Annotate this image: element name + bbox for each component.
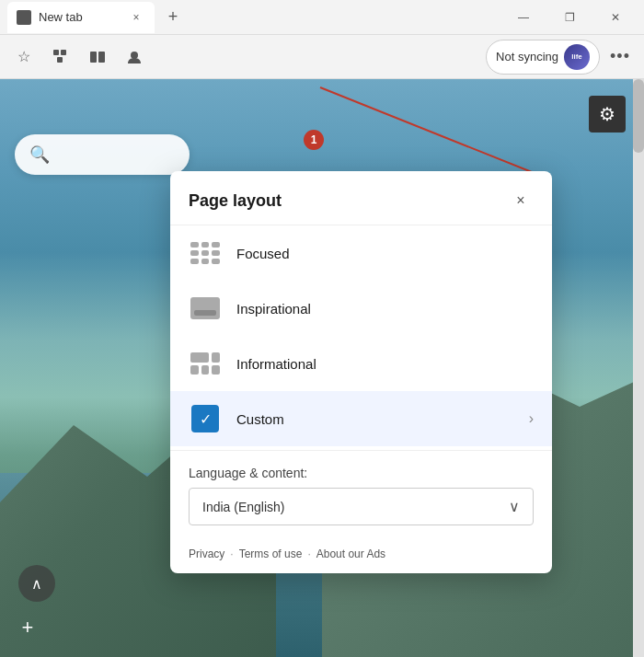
tab-favicon [17, 10, 31, 25]
tab-close-button[interactable]: × [127, 8, 145, 27]
layout-option-inspirational[interactable]: Inspirational [170, 281, 552, 336]
custom-layout-icon: ✓ [189, 402, 222, 435]
new-tab-button[interactable]: + [158, 3, 188, 32]
svg-point-9 [131, 52, 138, 59]
ads-link[interactable]: About our Ads [316, 548, 385, 560]
focused-layout-icon [189, 236, 222, 270]
search-bar[interactable]: 🔍 [15, 134, 190, 175]
annotation-badge-1: 1 [304, 130, 324, 150]
language-dropdown[interactable]: India (English) ∨ [189, 488, 534, 525]
layout-option-focused[interactable]: Focused [170, 225, 552, 281]
informational-layout-icon [189, 347, 222, 380]
panel-close-button[interactable]: × [508, 188, 534, 213]
main-content: 🔍 ⚙ ∧ + 1 2 Page layout × [0, 79, 644, 657]
close-button[interactable]: ✕ [594, 3, 637, 32]
language-label: Language & content: [189, 466, 534, 480]
gear-icon: ⚙ [599, 103, 615, 125]
scrollbar[interactable] [633, 79, 644, 657]
tab-title: New tab [39, 10, 120, 24]
panel-title: Page layout [189, 191, 282, 211]
sync-button[interactable]: Not syncing life [486, 40, 600, 75]
custom-label: Custom [236, 411, 514, 427]
custom-chevron-icon: › [529, 410, 534, 427]
chevron-down-icon: ∨ [509, 498, 520, 515]
profile-avatar: life [564, 44, 590, 70]
focused-label: Focused [236, 246, 534, 261]
browser-tab[interactable]: New tab × [7, 2, 155, 33]
language-value: India (English) [202, 500, 285, 514]
split-screen-icon[interactable] [81, 40, 114, 74]
add-button[interactable]: + [15, 615, 40, 640]
window-controls: — ❐ ✕ [502, 3, 637, 32]
inspirational-layout-icon [189, 292, 222, 325]
sync-label: Not syncing [496, 50, 558, 63]
profile-icon[interactable] [118, 40, 151, 74]
page-layout-panel: Page layout × Focused Inspirational [170, 171, 552, 573]
informational-label: Informational [236, 356, 534, 372]
svg-rect-6 [57, 57, 63, 63]
panel-footer: Privacy · Terms of use · About our Ads [170, 536, 552, 566]
minimize-button[interactable]: — [502, 3, 545, 32]
layout-option-informational[interactable]: Informational [170, 336, 552, 391]
custom-icon-box: ✓ [191, 405, 219, 432]
panel-divider [170, 450, 552, 451]
collections-icon[interactable] [44, 40, 77, 74]
inspirational-label: Inspirational [236, 301, 534, 317]
chevron-up-icon: ∧ [31, 575, 42, 593]
scroll-up-button[interactable]: ∧ [18, 565, 55, 602]
title-bar: New tab × + — ❐ ✕ [0, 0, 644, 35]
plus-icon: + [22, 616, 34, 640]
terms-link[interactable]: Terms of use [239, 548, 303, 560]
scrollbar-thumb[interactable] [633, 79, 644, 153]
maximize-button[interactable]: ❐ [548, 3, 591, 32]
svg-rect-7 [90, 52, 97, 63]
privacy-link[interactable]: Privacy [189, 548, 224, 560]
more-options-button[interactable]: ••• [604, 40, 637, 74]
search-icon: 🔍 [29, 144, 50, 165]
svg-rect-4 [53, 50, 59, 55]
toolbar: ☆ Not syncing life ••• [0, 35, 644, 79]
layout-option-custom[interactable]: ✓ Custom › [170, 391, 552, 446]
language-section: Language & content: India (English) ∨ [170, 455, 552, 536]
panel-header: Page layout × [170, 171, 552, 225]
svg-rect-8 [98, 52, 105, 63]
favorite-icon[interactable]: ☆ [7, 40, 40, 74]
svg-rect-5 [61, 50, 66, 55]
gear-button[interactable]: ⚙ [589, 96, 626, 133]
